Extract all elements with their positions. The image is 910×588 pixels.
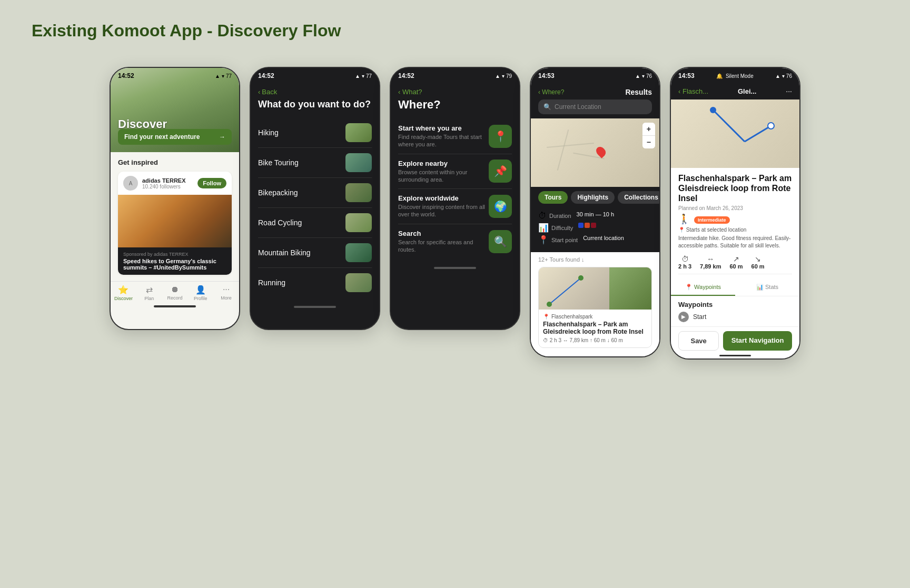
s2-header: ‹ Back What do you want to do? bbox=[251, 83, 379, 114]
find-adventure-cta[interactable]: Find your next adventure → bbox=[118, 129, 232, 145]
dot-medium bbox=[585, 223, 590, 228]
chevron-left-icon: ‹ bbox=[398, 88, 402, 96]
back-button-5[interactable]: ‹ Flasch... bbox=[678, 87, 708, 95]
list-item[interactable]: Mountain Biking bbox=[258, 238, 372, 268]
starts-at-text: Starts at selected location bbox=[686, 227, 747, 233]
zoom-controls: + − bbox=[642, 123, 655, 148]
battery-icon: 76 bbox=[646, 73, 652, 79]
waypoints-content: Waypoints ▶ Start bbox=[671, 296, 799, 326]
record-icon: ⏺ bbox=[171, 285, 179, 294]
plan-icon: ⇄ bbox=[146, 285, 153, 295]
ascent-value: 60 m bbox=[729, 263, 743, 270]
home-indicator-1 bbox=[111, 303, 239, 310]
option-explore-worldwide[interactable]: Explore worldwide Discover inspiring con… bbox=[398, 189, 512, 224]
status-bar-1: 14:52 ▲ ▾ 77 bbox=[111, 68, 239, 83]
battery-icon: 79 bbox=[506, 73, 512, 79]
tour-card[interactable]: 📍 Flaschenhalspark Flaschenhalspark – Pa… bbox=[538, 267, 652, 348]
wifi-icon: ▾ bbox=[502, 73, 505, 79]
status-bar-4: 14:53 ▲ ▾ 76 bbox=[531, 68, 659, 83]
starts-at: 📍 Starts at selected location bbox=[678, 227, 792, 233]
back-button-4[interactable]: ‹ Where? bbox=[538, 88, 564, 96]
back-button-2[interactable]: ‹ Back bbox=[258, 88, 372, 96]
detail-map bbox=[671, 99, 799, 168]
results-label: Results bbox=[625, 88, 652, 96]
stat-distance: ↔ 7,89 km bbox=[700, 255, 721, 270]
tour-detail-body: Flaschenhalspark – Park am Gleisdreieck … bbox=[671, 168, 799, 280]
back-label-5: Flasch... bbox=[682, 87, 708, 95]
distance-value: 7,89 km bbox=[700, 263, 721, 270]
option-search[interactable]: Search Search for specific areas and rou… bbox=[398, 224, 512, 259]
nav-profile-label: Profile bbox=[194, 296, 207, 301]
back-label-4: Where? bbox=[542, 88, 564, 96]
map-pin-icon: 📌 bbox=[489, 160, 512, 183]
profile-icon: 👤 bbox=[195, 285, 206, 295]
location: 📍 Flaschenhalspark bbox=[543, 314, 647, 320]
wifi-icon: ▾ bbox=[782, 73, 785, 79]
list-item[interactable]: Road Cycling bbox=[258, 208, 372, 238]
waypoint-start: ▶ Start bbox=[678, 312, 792, 322]
chevron-left-icon: ‹ bbox=[678, 87, 682, 95]
stat-descent: ↘ 60 m bbox=[751, 255, 765, 270]
list-item[interactable]: Bikepacking bbox=[258, 178, 372, 208]
zoom-out-button[interactable]: − bbox=[642, 136, 655, 148]
tour-name: Flaschenhalspark – Park am Gleisdreieck … bbox=[543, 321, 647, 335]
stats-row: ⏱ 2 h 3 ↔ 7,89 km ↗ 60 m ↘ 60 m bbox=[678, 255, 792, 274]
waypoint-start-label: Start bbox=[693, 313, 706, 321]
tab-highlights[interactable]: Highlights bbox=[571, 191, 615, 204]
list-item[interactable]: Bike Touring bbox=[258, 148, 372, 178]
option-description: Discover inspiring content from all over… bbox=[398, 203, 489, 218]
card-body: 📍 Flaschenhalspark Flaschenhalspark – Pa… bbox=[539, 310, 651, 347]
svg-line-0 bbox=[549, 278, 581, 304]
sponsor-card[interactable]: A adidas TERREX 10.240 followers Follow … bbox=[118, 172, 232, 275]
hiking-image bbox=[345, 123, 372, 142]
nav-more[interactable]: ··· More bbox=[213, 285, 239, 301]
startpoint-icon: 📍 bbox=[538, 235, 549, 245]
back-button-3[interactable]: ‹ What? bbox=[398, 88, 512, 96]
search-bar[interactable]: 🔍 Current Location bbox=[538, 99, 652, 114]
search-text: Current Location bbox=[555, 103, 601, 111]
tab-collections[interactable]: Collections bbox=[618, 191, 660, 204]
nav-discover[interactable]: ⭐ Discover bbox=[111, 285, 136, 301]
tab-stats[interactable]: 📊 Stats bbox=[735, 280, 799, 296]
zoom-in-button[interactable]: + bbox=[642, 123, 655, 135]
nav-plan[interactable]: ⇄ Plan bbox=[136, 285, 162, 301]
stats-label: Stats bbox=[765, 284, 778, 290]
back-label-2: Back bbox=[262, 88, 277, 96]
share-icon[interactable]: ··· bbox=[786, 87, 792, 95]
nav-record-label: Record bbox=[167, 295, 182, 301]
option-title: Explore nearby bbox=[398, 160, 489, 167]
tab-tours[interactable]: Tours bbox=[538, 191, 568, 204]
signal-icon: ▲ bbox=[775, 73, 780, 79]
header-row: ‹ Flasch... Glei... ··· bbox=[678, 87, 792, 95]
list-item[interactable]: Running bbox=[258, 268, 372, 297]
list-item[interactable]: Hiking bbox=[258, 118, 372, 148]
tab-waypoints[interactable]: 📍 Waypoints bbox=[671, 280, 735, 296]
planned-date: Planned on March 26, 2023 bbox=[678, 205, 792, 211]
start-navigation-button[interactable]: Start Navigation bbox=[723, 331, 792, 351]
nav-record[interactable]: ⏺ Record bbox=[162, 285, 188, 301]
silent-mode-label: Silent Mode bbox=[726, 73, 754, 79]
option-title: Start where you are bbox=[398, 124, 489, 132]
option-explore-nearby[interactable]: Explore nearby Browse content within you… bbox=[398, 154, 512, 190]
nav-profile[interactable]: 👤 Profile bbox=[187, 285, 213, 301]
status-time-4: 14:53 bbox=[538, 72, 555, 79]
waypoints-title: Waypoints bbox=[678, 301, 792, 308]
duration-label: Duration bbox=[549, 213, 571, 219]
detail-tabs: 📍 Waypoints 📊 Stats bbox=[671, 280, 799, 296]
descent-value: 60 m bbox=[751, 263, 765, 270]
bike-touring-image bbox=[345, 153, 372, 172]
back-label-3: What? bbox=[402, 88, 422, 96]
discover-body: Get inspired A adidas TERREX 10.240 foll… bbox=[111, 152, 239, 281]
follow-button[interactable]: Follow bbox=[197, 178, 226, 188]
option-start-here[interactable]: Start where you are Find ready-made Tour… bbox=[398, 119, 512, 154]
status-icons-4: ▲ ▾ 76 bbox=[635, 73, 652, 79]
map-background bbox=[671, 99, 799, 168]
route-detail-svg bbox=[671, 99, 799, 168]
where-options: Start where you are Find ready-made Tour… bbox=[391, 115, 519, 263]
results-tabs: Tours Highlights Collections bbox=[531, 187, 659, 208]
difficulty-icon: 📊 bbox=[538, 223, 549, 233]
hiker-icon: 🚶 bbox=[678, 213, 690, 225]
get-inspired-label: Get inspired bbox=[118, 158, 232, 166]
startpoint-label: Start point bbox=[551, 237, 578, 243]
save-button[interactable]: Save bbox=[678, 331, 719, 351]
